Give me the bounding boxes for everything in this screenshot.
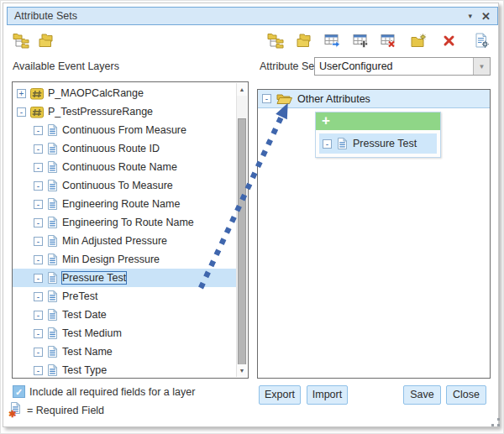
document-settings-button[interactable] — [472, 32, 491, 50]
field-icon — [47, 197, 58, 211]
scrollbar-thumb[interactable] — [238, 118, 246, 366]
remove-event-table-button[interactable] — [379, 32, 397, 50]
drop-add-indicator: + — [316, 112, 440, 130]
resize-grip[interactable] — [487, 417, 500, 430]
attribute-set-dropdown[interactable]: UserConfigured ▼ — [314, 57, 491, 76]
required-asterisk-icon: ✱ — [8, 409, 16, 420]
tree-expander-icon[interactable]: - — [34, 126, 43, 135]
tree-expander-icon[interactable]: - — [17, 107, 26, 117]
tree-expander-icon[interactable]: - — [34, 274, 43, 283]
field-icon — [47, 216, 58, 229]
tree-item[interactable]: - Min Design Pressure — [13, 250, 236, 269]
add-event-table-button[interactable] — [351, 32, 370, 50]
tree-item[interactable]: - Continuous To Measure — [13, 176, 236, 195]
dragged-item-row: - Pressure Test — [319, 133, 437, 154]
tree-expander-icon[interactable]: - — [34, 292, 43, 301]
field-icon — [47, 179, 58, 192]
title-bar: Attribute Sets ▾ ✕ — [7, 7, 498, 25]
table-arrow-icon — [324, 34, 340, 48]
open-folders-icon — [297, 34, 312, 48]
field-icon — [47, 160, 58, 174]
tree-item[interactable]: - Min Adjusted Pressure — [13, 232, 236, 250]
open-folders-icon — [39, 34, 55, 48]
field-icon — [47, 363, 58, 377]
tree-item[interactable]: - Test Date — [13, 306, 236, 324]
tree-expander-icon[interactable]: - — [34, 163, 43, 172]
tree-item[interactable]: - Test Name — [13, 342, 236, 361]
folder-settings-button[interactable] — [409, 32, 428, 50]
field-icon — [47, 123, 58, 137]
tree-expander-icon[interactable]: - — [34, 218, 43, 227]
available-event-layers-panel: + P_MAOPCalcRange - P_TestPressureRange … — [12, 81, 249, 379]
tree-item[interactable]: - Pressure Test — [13, 269, 236, 287]
field-icon — [47, 308, 58, 322]
close-icon[interactable]: ✕ — [480, 10, 497, 23]
required-field-legend: = Required Field — [27, 405, 104, 416]
attribute-set-tree-icon — [267, 33, 284, 49]
tree-expander-icon[interactable]: - — [34, 181, 43, 191]
required-field-icon: ✱ — [10, 401, 25, 417]
save-button[interactable]: Save — [403, 385, 441, 405]
export-event-table-button[interactable] — [323, 32, 341, 50]
delete-button[interactable] — [439, 32, 458, 50]
available-event-layers-label: Available Event Layers — [13, 60, 119, 72]
field-icon — [47, 253, 58, 266]
tree-expander-icon[interactable]: - — [34, 329, 43, 338]
tree-scrollbar[interactable]: ▲ ▼ — [236, 83, 247, 377]
other-attributes-node[interactable]: - Other Attributes — [258, 90, 490, 108]
tree-item[interactable]: - P_TestPressureRange — [13, 102, 236, 121]
tree-expander-icon[interactable]: - — [34, 255, 43, 264]
event-layers-tree: + P_MAOPCalcRange - P_TestPressureRange … — [13, 84, 236, 378]
tree-item[interactable]: - Engineering To Route Name — [13, 213, 236, 232]
attribute-sets-window: Attribute Sets ▾ ✕ Available Event Layer… — [0, 0, 504, 434]
tree-item[interactable]: - Continuous Route ID — [13, 139, 236, 158]
event-layer-icon — [30, 87, 44, 100]
open-folder-icon — [276, 92, 292, 105]
tree-item[interactable]: - Test Medium — [13, 324, 236, 342]
folder-gear-icon — [411, 34, 427, 48]
tree-expander-icon[interactable]: - — [262, 94, 271, 103]
tree-expander-icon[interactable]: - — [34, 144, 43, 154]
tree-item[interactable]: - PreTest — [13, 287, 236, 306]
field-icon — [47, 345, 58, 358]
include-required-fields-label: Include all required fields for a layer — [29, 386, 195, 398]
tree-item[interactable]: - Test Type — [13, 361, 236, 378]
tree-item[interactable]: + P_MAOPCalcRange — [13, 84, 236, 102]
tree-expander-icon[interactable]: - — [34, 237, 43, 246]
attribute-set-value: UserConfigured — [315, 58, 473, 75]
red-x-icon — [442, 34, 456, 48]
tree-item[interactable]: - Continuous Route Name — [13, 158, 236, 176]
tree-expander-icon[interactable]: + — [17, 89, 26, 98]
new-attribute-set-button[interactable] — [12, 32, 30, 50]
field-icon — [47, 290, 58, 303]
other-attributes-label: Other Attributes — [297, 93, 370, 105]
scroll-up-icon[interactable]: ▲ — [237, 83, 247, 96]
close-button[interactable]: Close — [446, 385, 486, 405]
dropdown-caret-icon[interactable]: ▼ — [473, 58, 490, 75]
window-menu-caret-icon[interactable]: ▾ — [461, 12, 480, 20]
tree-expander-icon[interactable]: - — [34, 200, 43, 209]
scroll-down-icon[interactable]: ▼ — [237, 364, 247, 377]
drag-ghost: + - Pressure Test — [315, 112, 441, 158]
field-icon — [47, 271, 58, 285]
tree-expander-icon[interactable]: - — [34, 311, 43, 320]
drag-ghost-body: - Pressure Test — [316, 130, 440, 157]
import-button[interactable]: Import — [307, 385, 348, 405]
event-layer-icon — [30, 106, 44, 118]
new-attribute-set-button[interactable] — [266, 32, 285, 50]
open-attribute-set-button[interactable] — [37, 32, 55, 50]
field-icon — [337, 137, 348, 150]
document-gear-icon — [475, 33, 489, 49]
table-plus-icon — [353, 34, 369, 48]
tree-item[interactable]: - Engineering Route Name — [13, 195, 236, 213]
tree-expander-icon[interactable]: - — [34, 348, 43, 357]
field-icon — [47, 234, 58, 248]
tree-expander-icon[interactable]: - — [34, 366, 43, 375]
open-attribute-set-button[interactable] — [295, 32, 313, 50]
include-required-fields-checkbox[interactable]: ✓ — [13, 385, 25, 398]
field-icon — [47, 142, 58, 155]
export-button[interactable]: Export — [259, 385, 301, 405]
table-remove-icon — [381, 34, 396, 48]
dragged-item-label: Pressure Test — [353, 138, 417, 149]
tree-item[interactable]: - Continuous From Measure — [13, 121, 236, 139]
